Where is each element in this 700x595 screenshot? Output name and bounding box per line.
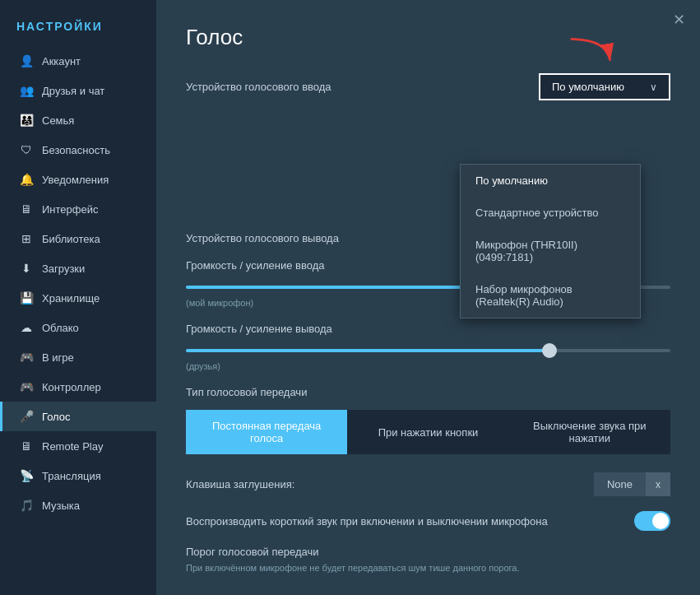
sidebar-item-label: В игре bbox=[42, 351, 74, 364]
monitor-icon: 🖥 bbox=[19, 202, 34, 216]
voice-type-row: Постоянная передача голоса При нажатии к… bbox=[186, 410, 670, 454]
sound-toggle-row: Воспроизводить короткий звук при включен… bbox=[186, 511, 670, 531]
sidebar-item-label: Голос bbox=[42, 411, 71, 423]
voice-type-push[interactable]: При нажатии кнопки bbox=[347, 410, 508, 454]
sidebar-item-controller[interactable]: 🎮 Контроллер bbox=[0, 372, 156, 402]
sidebar-item-label: Облако bbox=[42, 322, 79, 334]
sidebar-item-library[interactable]: ⊞ Библиотека bbox=[0, 224, 156, 253]
sidebar-item-account[interactable]: 👤 Аккаунт bbox=[0, 46, 156, 76]
sound-toggle[interactable] bbox=[634, 511, 670, 531]
sidebar-item-voice[interactable]: 🎤 Голос bbox=[0, 402, 156, 431]
controller-icon: 🎮 bbox=[19, 379, 34, 394]
threshold-label: Порог голосовой передачи bbox=[186, 546, 670, 558]
sidebar-item-label: Загрузки bbox=[42, 263, 85, 275]
sidebar-item-label: Друзья и чат bbox=[42, 85, 104, 97]
output-volume-thumb[interactable] bbox=[542, 343, 557, 358]
settings-modal: НАСТРОЙКИ 👤 Аккаунт 👥 Друзья и чат 👨‍👩‍👧… bbox=[0, 0, 700, 595]
dropdown-option-standard[interactable]: Стандартное устройство bbox=[461, 197, 640, 229]
mute-key-none-button[interactable]: None bbox=[594, 472, 646, 496]
threshold-section: Порог голосовой передачи При включённом … bbox=[186, 546, 670, 573]
output-volume-section: Громкость / усиление вывода (друзья) bbox=[186, 323, 670, 371]
input-volume-fill bbox=[186, 286, 501, 289]
sidebar-item-music[interactable]: 🎵 Музыка bbox=[0, 490, 156, 520]
toggle-knob bbox=[652, 513, 669, 529]
sidebar-item-label: Музыка bbox=[42, 500, 80, 512]
sidebar-title: НАСТРОЙКИ bbox=[0, 13, 156, 46]
storage-icon: 💾 bbox=[19, 291, 34, 305]
sidebar-item-remoteplay[interactable]: 🖥 Remote Play bbox=[0, 431, 156, 461]
sidebar-item-notifications[interactable]: 🔔 Уведомления bbox=[0, 165, 156, 194]
shield-icon: 🛡 bbox=[19, 142, 34, 157]
mute-key-label: Клавиша заглушения: bbox=[186, 478, 294, 490]
sidebar-item-label: Уведомления bbox=[42, 174, 109, 186]
output-volume-track bbox=[186, 349, 670, 352]
dropdown-option-mic-thr10ii[interactable]: Микрофон (THR10II) (0499:7181) bbox=[461, 229, 640, 273]
sidebar-item-ingame[interactable]: 🎮 В игре bbox=[0, 342, 156, 372]
ingame-icon: 🎮 bbox=[19, 350, 34, 365]
output-volume-fill bbox=[186, 349, 549, 352]
dropdown-option-default[interactable]: По умолчанию bbox=[461, 165, 640, 197]
library-icon: ⊞ bbox=[19, 231, 34, 246]
sidebar-item-label: Безопасность bbox=[42, 144, 110, 156]
music-icon: 🎵 bbox=[19, 498, 34, 513]
remoteplay-icon: 🖥 bbox=[19, 439, 34, 453]
sidebar-item-label: Семья bbox=[42, 114, 74, 127]
sidebar-item-security[interactable]: 🛡 Безопасность bbox=[0, 135, 156, 165]
sidebar-item-label: Аккаунт bbox=[42, 55, 81, 67]
sidebar-item-interface[interactable]: 🖥 Интерфейс bbox=[0, 194, 156, 224]
output-volume-slider[interactable] bbox=[186, 343, 670, 358]
mute-key-clear-button[interactable]: x bbox=[646, 472, 670, 496]
output-device-label: Устройство голосового вывода bbox=[186, 232, 339, 244]
bell-icon: 🔔 bbox=[19, 172, 34, 187]
sidebar-item-family[interactable]: 👨‍👩‍👧 Семья bbox=[0, 105, 156, 135]
download-icon: ⬇ bbox=[19, 261, 34, 276]
sidebar-item-label: Трансляция bbox=[42, 470, 101, 482]
sidebar-item-label: Интерфейс bbox=[42, 203, 98, 216]
sidebar-item-friends[interactable]: 👥 Друзья и чат bbox=[0, 76, 156, 105]
sidebar-item-storage[interactable]: 💾 Хранилище bbox=[0, 283, 156, 313]
page-title: Голос bbox=[186, 25, 670, 50]
close-button[interactable]: ✕ bbox=[669, 10, 688, 30]
output-volume-label: Громкость / усиление вывода bbox=[186, 323, 670, 335]
sidebar: НАСТРОЙКИ 👤 Аккаунт 👥 Друзья и чат 👨‍👩‍👧… bbox=[0, 0, 156, 595]
dropdown-option-realtek[interactable]: Набор микрофонов (Realtek(R) Audio) bbox=[461, 273, 640, 318]
sidebar-item-label: Контроллер bbox=[42, 381, 101, 393]
mute-key-buttons: None x bbox=[594, 472, 670, 496]
main-content: ✕ Голос Устройство голосового ввода По у… bbox=[156, 0, 700, 595]
threshold-sublabel: При включённом микрофоне не будет переда… bbox=[186, 563, 670, 573]
voice-type-label: Тип голосовой передачи bbox=[186, 386, 670, 398]
sidebar-item-label: Хранилище bbox=[42, 292, 100, 304]
input-device-dropdown[interactable]: По умолчанию ∨ bbox=[539, 73, 670, 100]
broadcast-icon: 📡 bbox=[19, 468, 34, 483]
input-device-label: Устройство голосового ввода bbox=[186, 81, 331, 93]
sidebar-item-label: Библиотека bbox=[42, 233, 100, 245]
sidebar-item-broadcast[interactable]: 📡 Трансляция bbox=[0, 461, 156, 490]
sidebar-item-label: Remote Play bbox=[42, 440, 103, 453]
sound-toggle-label: Воспроизводить короткий звук при включен… bbox=[186, 515, 548, 528]
mute-key-row: Клавиша заглушения: None x bbox=[186, 472, 670, 496]
input-device-dropdown-menu: По умолчанию Стандартное устройство Микр… bbox=[460, 164, 641, 318]
friends-icon: 👥 bbox=[19, 83, 34, 98]
family-icon: 👨‍👩‍👧 bbox=[19, 113, 34, 128]
dropdown-arrow-icon: ∨ bbox=[650, 81, 657, 93]
mic-icon: 🎤 bbox=[19, 409, 34, 424]
voice-type-continuous[interactable]: Постоянная передача голоса bbox=[186, 410, 347, 454]
cloud-icon: ☁ bbox=[19, 320, 34, 335]
input-device-value: По умолчанию bbox=[552, 81, 624, 93]
input-device-row: Устройство голосового ввода По умолчанию… bbox=[186, 73, 670, 100]
sidebar-item-cloud[interactable]: ☁ Облако bbox=[0, 313, 156, 342]
sidebar-item-downloads[interactable]: ⬇ Загрузки bbox=[0, 253, 156, 283]
account-icon: 👤 bbox=[19, 53, 34, 68]
voice-type-mute[interactable]: Выключение звука при нажатии bbox=[509, 410, 670, 454]
output-volume-sublabel: (друзья) bbox=[186, 361, 670, 371]
